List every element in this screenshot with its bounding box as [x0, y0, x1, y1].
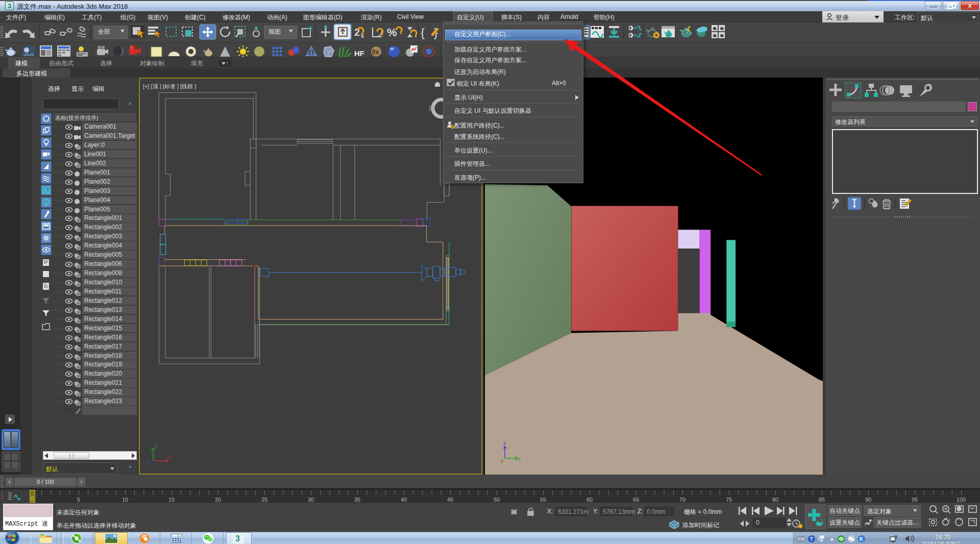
svg-text:3: 3: [235, 534, 240, 543]
svg-text:85: 85: [819, 497, 825, 503]
svg-text:55: 55: [540, 497, 546, 503]
svg-text:0x: 0x: [372, 48, 379, 56]
svg-text:95: 95: [912, 497, 918, 503]
svg-text:{: {: [421, 26, 425, 39]
svg-text:0: 0: [178, 534, 179, 537]
svg-text:30: 30: [308, 497, 314, 503]
svg-text:z: z: [148, 459, 151, 464]
svg-text:x: x: [501, 458, 503, 464]
svg-text:x: x: [168, 454, 171, 460]
svg-text:80: 80: [772, 497, 778, 503]
svg-text:65: 65: [633, 497, 639, 503]
svg-text:K: K: [860, 536, 864, 542]
svg-text:视图: 视图: [268, 28, 281, 35]
svg-text:25: 25: [261, 497, 267, 503]
svg-text:10: 10: [122, 497, 128, 503]
svg-text:5: 5: [77, 497, 80, 503]
svg-text:70: 70: [679, 497, 685, 503]
svg-text:y: y: [155, 442, 157, 448]
svg-text:全部: 全部: [98, 28, 110, 35]
svg-text:?: ?: [810, 536, 813, 542]
svg-text:100: 100: [957, 497, 966, 503]
svg-text:%: %: [387, 26, 397, 39]
svg-text:15: 15: [168, 497, 175, 503]
svg-text:75: 75: [726, 497, 732, 503]
svg-text:60: 60: [586, 497, 593, 503]
svg-text:45: 45: [447, 497, 453, 503]
svg-text:20: 20: [215, 497, 221, 503]
svg-text:HF: HF: [354, 49, 364, 57]
svg-text:40: 40: [401, 497, 407, 503]
svg-text:90: 90: [865, 497, 871, 503]
svg-text:35: 35: [354, 497, 360, 503]
svg-text:西: 西: [429, 105, 434, 111]
svg-text:y: y: [518, 456, 521, 461]
svg-text:z: z: [503, 440, 506, 446]
svg-text:50: 50: [494, 497, 500, 503]
